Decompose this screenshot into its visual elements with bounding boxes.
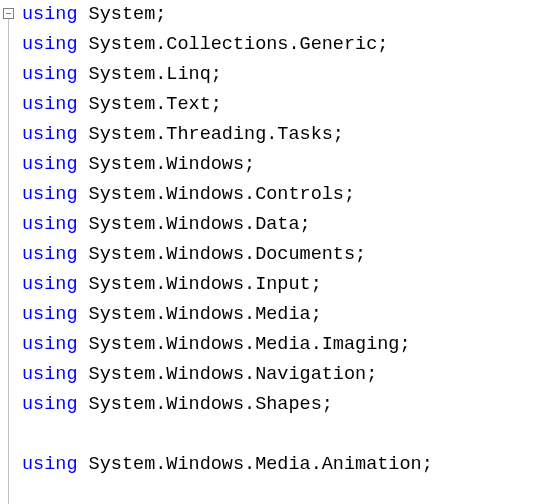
code-line[interactable]: using System.Windows; xyxy=(22,150,433,180)
keyword: using xyxy=(22,184,78,205)
namespace: System.Windows.Input; xyxy=(78,274,322,295)
namespace: System.Windows.Media; xyxy=(78,304,322,325)
code-line[interactable] xyxy=(22,420,433,450)
code-area[interactable]: using System;using System.Collections.Ge… xyxy=(18,0,433,504)
code-line[interactable]: using System.Windows.Shapes; xyxy=(22,390,433,420)
namespace: System.Windows.Navigation; xyxy=(78,364,378,385)
fold-guide-line xyxy=(8,19,9,504)
code-line[interactable]: using System.Windows.Media.Imaging; xyxy=(22,330,433,360)
keyword: using xyxy=(22,34,78,55)
keyword: using xyxy=(22,454,78,475)
namespace: System.Windows; xyxy=(78,154,256,175)
keyword: using xyxy=(22,334,78,355)
namespace: System.Linq; xyxy=(78,64,222,85)
code-line[interactable]: using System.Windows.Documents; xyxy=(22,240,433,270)
namespace: System; xyxy=(78,4,167,25)
keyword: using xyxy=(22,94,78,115)
keyword: using xyxy=(22,64,78,85)
fold-toggle-icon[interactable] xyxy=(3,8,14,19)
code-line[interactable]: using System.Windows.Media.Animation; xyxy=(22,450,433,480)
code-line[interactable]: using System.Windows.Media; xyxy=(22,300,433,330)
keyword: using xyxy=(22,4,78,25)
code-line[interactable]: using System.Windows.Navigation; xyxy=(22,360,433,390)
outline-gutter xyxy=(0,0,18,504)
code-line[interactable]: using System.Windows.Input; xyxy=(22,270,433,300)
keyword: using xyxy=(22,304,78,325)
keyword: using xyxy=(22,364,78,385)
namespace: System.Text; xyxy=(78,94,222,115)
namespace: System.Windows.Shapes; xyxy=(78,394,333,415)
namespace: System.Windows.Data; xyxy=(78,214,311,235)
code-line[interactable]: using System.Windows.Controls; xyxy=(22,180,433,210)
keyword: using xyxy=(22,244,78,265)
keyword: using xyxy=(22,394,78,415)
keyword: using xyxy=(22,124,78,145)
code-editor[interactable]: using System;using System.Collections.Ge… xyxy=(0,0,537,504)
keyword: using xyxy=(22,214,78,235)
namespace: System.Windows.Documents; xyxy=(78,244,367,265)
code-line[interactable]: using System.Collections.Generic; xyxy=(22,30,433,60)
namespace: System.Windows.Controls; xyxy=(78,184,356,205)
namespace: System.Windows.Media.Imaging; xyxy=(78,334,411,355)
namespace: System.Threading.Tasks; xyxy=(78,124,344,145)
namespace: System.Collections.Generic; xyxy=(78,34,389,55)
keyword: using xyxy=(22,274,78,295)
namespace: System.Windows.Media.Animation; xyxy=(78,454,433,475)
code-line[interactable]: using System.Threading.Tasks; xyxy=(22,120,433,150)
code-line[interactable]: using System.Windows.Data; xyxy=(22,210,433,240)
code-line[interactable]: using System.Linq; xyxy=(22,60,433,90)
code-line[interactable]: using System; xyxy=(22,0,433,30)
code-line[interactable]: using System.Text; xyxy=(22,90,433,120)
keyword: using xyxy=(22,154,78,175)
